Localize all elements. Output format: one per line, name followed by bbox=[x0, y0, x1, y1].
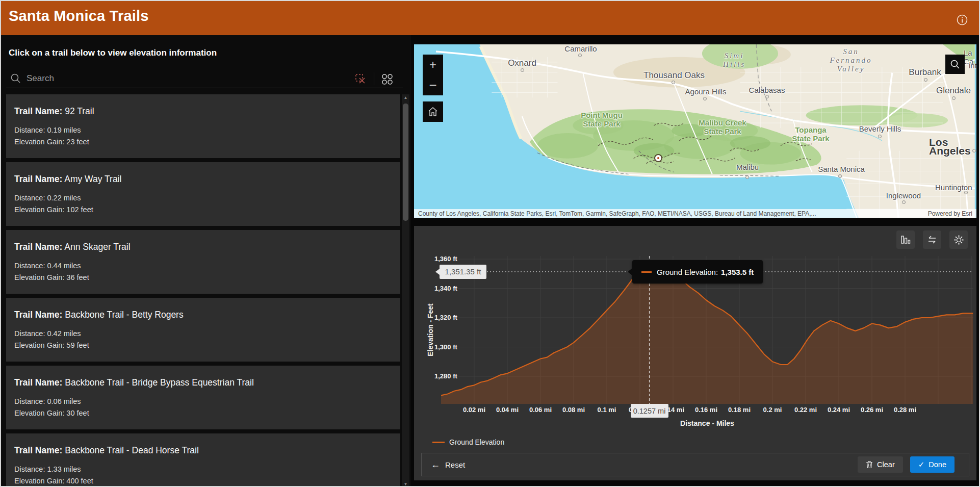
trail-card-backbone-trail-dead-horse-trail[interactable]: Trail Name: Backbone Trail - Dead Horse … bbox=[6, 433, 400, 487]
trail-name: Trail Name: 92 Trail bbox=[14, 106, 392, 117]
y-axis-label: Elevation - Feet bbox=[426, 299, 434, 361]
city-dot bbox=[878, 135, 882, 138]
scroll-down-button[interactable]: ▼ bbox=[402, 481, 409, 487]
trail-name: Trail Name: Ann Skager Trail bbox=[14, 242, 392, 252]
trail-name: Trail Name: Backbone Trail - Betty Roger… bbox=[14, 310, 392, 320]
trail-list-panel: Click on a trail below to view elevation… bbox=[1, 35, 411, 487]
app-header: Santa Monica Trails bbox=[1, 1, 979, 35]
done-button[interactable]: ✓ Done bbox=[910, 456, 955, 473]
trail-distance: Distance: 0.44 miles bbox=[14, 260, 392, 272]
trail-elevation-gain: Elevation Gain: 30 feet bbox=[14, 407, 392, 419]
trail-distance: Distance: 0.19 miles bbox=[14, 124, 392, 136]
app-window: Santa Monica Trails Click on a trail bel… bbox=[0, 0, 980, 487]
trail-card-amy-way-trail[interactable]: Trail Name: Amy Way TrailDistance: 0.22 … bbox=[6, 162, 400, 226]
trail-distance: Distance: 0.06 miles bbox=[14, 396, 392, 407]
scroll-up-button[interactable]: ▲ bbox=[402, 94, 409, 101]
city-dot bbox=[838, 174, 842, 178]
trail-elevation-gain: Elevation Gain: 36 feet bbox=[14, 272, 392, 284]
trail-name: Trail Name: Backbone Trail - Bridge Bypa… bbox=[14, 377, 392, 388]
x-tick: 0.28 mi bbox=[894, 406, 916, 414]
x-tick: 0.06 mi bbox=[529, 406, 552, 414]
trail-location-marker[interactable] bbox=[655, 155, 661, 161]
bar-chart-icon bbox=[900, 235, 911, 245]
chart-tooltip: Ground Elevation: 1,353.5 ft bbox=[632, 260, 763, 284]
city-dot bbox=[521, 68, 524, 72]
zoom-out-button[interactable]: − bbox=[423, 75, 443, 95]
city-dot bbox=[703, 97, 707, 100]
city-dot bbox=[765, 95, 769, 98]
swap-axes-button[interactable] bbox=[923, 230, 941, 249]
search-bar bbox=[6, 70, 403, 88]
search-input[interactable] bbox=[25, 71, 352, 86]
city-dot bbox=[964, 191, 968, 194]
trail-card-ann-skager-trail[interactable]: Trail Name: Ann Skager TrailDistance: 0.… bbox=[6, 230, 400, 294]
info-icon bbox=[957, 14, 968, 25]
clear-button[interactable]: Clear bbox=[858, 456, 903, 473]
trail-distance: Distance: 0.42 miles bbox=[14, 328, 392, 340]
check-icon: ✓ bbox=[918, 460, 925, 469]
city-dot bbox=[745, 175, 749, 179]
instruction-text: Click on a trail below to view elevation… bbox=[9, 48, 217, 58]
city-dot bbox=[952, 96, 956, 100]
page-title: Santa Monica Trails bbox=[9, 8, 149, 24]
done-label: Done bbox=[929, 460, 946, 469]
x-axis-label: Distance - Miles bbox=[680, 419, 734, 427]
trail-elevation-gain: Elevation Gain: 400 feet bbox=[14, 475, 392, 487]
clear-selection-button[interactable] bbox=[354, 72, 367, 86]
trail-list: Trail Name: 92 TrailDistance: 0.19 miles… bbox=[6, 94, 400, 487]
y-tick: 1,360 ft bbox=[434, 255, 464, 263]
city-dot bbox=[672, 81, 675, 84]
trail-card-92-trail[interactable]: Trail Name: 92 TrailDistance: 0.19 miles… bbox=[6, 94, 400, 158]
elevation-profile-panel: 1,360 ft1,340 ft1,320 ft1,300 ft1,280 ft… bbox=[414, 226, 976, 480]
basemap bbox=[414, 44, 976, 218]
swap-icon bbox=[926, 234, 938, 245]
y-tick: 1,280 ft bbox=[434, 372, 464, 380]
trail-name: Trail Name: Backbone Trail - Dead Horse … bbox=[14, 445, 392, 456]
attribution-text: County of Los Angeles, California State … bbox=[418, 210, 816, 217]
search-icon bbox=[949, 59, 961, 70]
map-canvas[interactable]: CamarilloOxnardThousand OaksSimi HillsAg… bbox=[414, 44, 976, 218]
x-tick: 0.18 mi bbox=[728, 406, 751, 414]
reset-label: Reset bbox=[445, 460, 465, 469]
trail-elevation-gain: Elevation Gain: 102 feet bbox=[14, 204, 392, 216]
elevation-area bbox=[441, 269, 973, 404]
trail-distance: Distance: 1.33 miles bbox=[14, 464, 392, 475]
reset-button[interactable]: ← Reset bbox=[431, 459, 465, 470]
elevation-marker-tag: 1,351.35 ft bbox=[440, 265, 486, 279]
y-tick: 1,320 ft bbox=[434, 314, 464, 321]
trail-elevation-gain: Elevation Gain: 23 feet bbox=[14, 136, 392, 148]
city-dot bbox=[578, 54, 582, 57]
legend-dash bbox=[432, 442, 445, 443]
y-tick: 1,340 ft bbox=[434, 285, 464, 292]
chart-footer-bar: ← Reset Clear ✓ Done bbox=[421, 453, 969, 476]
zoom-controls: + − bbox=[423, 55, 443, 95]
chart-settings-button[interactable] bbox=[949, 230, 968, 249]
home-button[interactable] bbox=[423, 101, 443, 122]
trail-card-backbone-trail-betty-rogers[interactable]: Trail Name: Backbone Trail - Betty Roger… bbox=[6, 298, 400, 362]
search-icon bbox=[10, 73, 21, 86]
info-button[interactable] bbox=[957, 14, 968, 25]
arrow-left-icon: ← bbox=[431, 459, 440, 470]
map-attribution: County of Los Angeles, California State … bbox=[414, 209, 976, 218]
legend-label: Ground Elevation bbox=[449, 438, 504, 446]
results-grid-button[interactable] bbox=[380, 72, 394, 86]
scrollbar-thumb[interactable] bbox=[403, 104, 408, 221]
powered-by-esri: Powered by Esri bbox=[928, 210, 972, 217]
trail-distance: Distance: 0.22 miles bbox=[14, 192, 392, 204]
y-tick: 1,300 ft bbox=[434, 343, 464, 351]
x-tick: 0.04 mi bbox=[496, 406, 519, 414]
x-tick: 0.08 mi bbox=[562, 406, 585, 414]
city-dot bbox=[972, 149, 976, 152]
legend-ground-elevation: Ground Elevation bbox=[432, 438, 504, 446]
trail-card-backbone-trail-bridge-bypass-equestrian-trail[interactable]: Trail Name: Backbone Trail - Bridge Bypa… bbox=[6, 366, 400, 429]
list-scrollbar[interactable]: ▲ ▼ bbox=[402, 94, 409, 487]
chart-type-button[interactable] bbox=[896, 230, 915, 249]
trail-elevation-gain: Elevation Gain: 59 feet bbox=[14, 340, 392, 351]
map-search-button[interactable] bbox=[945, 55, 965, 74]
x-tick: 0.24 mi bbox=[828, 406, 850, 414]
clear-label: Clear bbox=[877, 460, 895, 469]
x-tick: 0.22 mi bbox=[794, 406, 817, 414]
tooltip-series-dash bbox=[641, 271, 652, 273]
trash-icon bbox=[866, 460, 873, 469]
zoom-in-button[interactable]: + bbox=[423, 55, 443, 75]
